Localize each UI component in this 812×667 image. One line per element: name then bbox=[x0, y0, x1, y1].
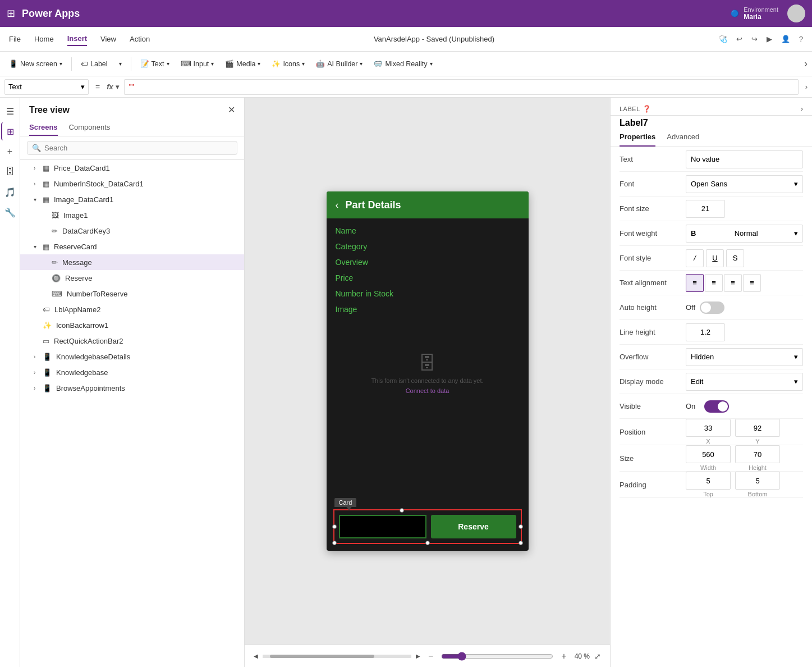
panel-expand-icon[interactable]: › bbox=[801, 104, 803, 113]
underline-button[interactable]: U bbox=[706, 249, 724, 267]
zoom-out-button[interactable]: − bbox=[425, 650, 437, 663]
strikethrough-button[interactable]: S bbox=[726, 249, 744, 267]
tree-item-lblappname2[interactable]: 🏷 LblAppName2 bbox=[20, 301, 244, 317]
canvas-container[interactable]: ‹ Part Details Name Category Overview Pr… bbox=[245, 98, 610, 645]
size-height-input[interactable] bbox=[735, 445, 780, 463]
media-button[interactable]: 🎬 Media ▾ bbox=[221, 57, 265, 70]
sidebar-icon-media[interactable]: 🎵 bbox=[1, 183, 19, 201]
formula-expand-icon[interactable]: › bbox=[805, 83, 808, 91]
menu-view[interactable]: View bbox=[100, 33, 116, 45]
play-icon[interactable]: ▶ bbox=[767, 35, 772, 43]
visible-toggle[interactable] bbox=[704, 400, 729, 413]
line-height-input[interactable] bbox=[686, 323, 725, 341]
font-size-input[interactable] bbox=[686, 200, 725, 218]
search-box[interactable]: 🔍 bbox=[27, 141, 237, 155]
formula-dropdown[interactable]: Text ▾ bbox=[4, 79, 89, 95]
tree-item-rectquickactionbar2[interactable]: ▭ RectQuickActionBar2 bbox=[20, 333, 244, 349]
tree-item-image-datacard1[interactable]: ▾ ▦ Image_DataCard1 bbox=[20, 191, 244, 207]
reserve-button[interactable]: Reserve bbox=[431, 515, 516, 538]
mixed-reality-button[interactable]: 🥽 Mixed Reality ▾ bbox=[369, 57, 437, 70]
tree-item-knowledgebasedetails[interactable]: › 📱 KnowledgebaseDetails bbox=[20, 349, 244, 364]
connect-data-link[interactable]: Connect to data bbox=[406, 387, 449, 394]
more-icon[interactable]: › bbox=[804, 58, 808, 70]
sidebar-icon-add[interactable]: + bbox=[1, 143, 19, 161]
back-arrow-icon[interactable]: ‹ bbox=[336, 199, 339, 211]
position-y-input[interactable] bbox=[735, 419, 780, 437]
waffle-icon[interactable]: ⊞ bbox=[7, 7, 15, 20]
ai-builder-button[interactable]: 🤖 AI Builder ▾ bbox=[311, 57, 367, 70]
align-left-button[interactable]: ≡ bbox=[686, 274, 704, 292]
search-input[interactable] bbox=[44, 144, 232, 152]
tree-item-price-datacard1[interactable]: › ▦ Price_DataCard1 bbox=[20, 160, 244, 176]
tree-item-numbertoreserve[interactable]: ⌨ NumberToReserve bbox=[20, 286, 244, 301]
text-button[interactable]: 📝 Text ▾ bbox=[136, 57, 174, 70]
redo-icon[interactable]: ↪ bbox=[751, 35, 758, 43]
tree-item-numberinstock-datacard1[interactable]: › ▦ NumberInStock_DataCard1 bbox=[20, 176, 244, 191]
menu-action[interactable]: Action bbox=[130, 33, 150, 45]
menu-insert[interactable]: Insert bbox=[67, 32, 87, 46]
menu-file[interactable]: File bbox=[9, 33, 21, 45]
nav-link-category[interactable]: Category bbox=[336, 239, 520, 254]
nav-link-price[interactable]: Price bbox=[336, 270, 520, 286]
horizontal-scroll[interactable] bbox=[263, 655, 411, 658]
text-prop-dropdown[interactable]: No value bbox=[686, 150, 803, 168]
tree-item-reservecard[interactable]: ▾ ▦ ReserveCard bbox=[20, 239, 244, 254]
help-icon[interactable]: ? bbox=[799, 35, 803, 43]
fit-to-screen-icon[interactable]: ⤢ bbox=[594, 652, 601, 661]
pan-left-icon[interactable]: ◀ bbox=[254, 653, 258, 659]
label-button[interactable]: 🏷 Label bbox=[76, 58, 112, 70]
padding-top-input[interactable] bbox=[686, 472, 731, 490]
tab-advanced[interactable]: Advanced bbox=[667, 128, 699, 147]
nav-link-image[interactable]: Image bbox=[336, 301, 520, 317]
tree-tab-components[interactable]: Components bbox=[69, 120, 111, 136]
font-weight-dropdown[interactable]: B Normal ▾ bbox=[686, 225, 803, 243]
tree-close-button[interactable]: ✕ bbox=[228, 104, 235, 115]
icons-button[interactable]: ✨ Icons ▾ bbox=[267, 57, 309, 70]
zoom-in-button[interactable]: + bbox=[558, 650, 570, 663]
stethoscope-icon[interactable]: 🩺 bbox=[718, 35, 727, 43]
align-right-button[interactable]: ≡ bbox=[724, 274, 742, 292]
nav-link-numberinstock[interactable]: Number in Stock bbox=[336, 286, 520, 301]
align-center-button[interactable]: ≡ bbox=[705, 274, 723, 292]
italic-button[interactable]: / bbox=[686, 249, 704, 267]
nav-link-name[interactable]: Name bbox=[336, 223, 520, 239]
zoom-slider[interactable] bbox=[441, 652, 553, 661]
align-justify-button[interactable]: ≡ bbox=[743, 274, 761, 292]
label-icon: 🏷 bbox=[81, 60, 88, 68]
newscreen-button[interactable]: 📱 New screen ▾ bbox=[4, 57, 67, 70]
tree-item-message[interactable]: ✏ Message ⋯ bbox=[20, 254, 244, 270]
tree-item-image1[interactable]: 🖼 Image1 bbox=[20, 207, 244, 223]
sidebar-icon-menu[interactable]: ☰ bbox=[1, 102, 19, 120]
display-mode-dropdown[interactable]: Edit ▾ bbox=[686, 373, 803, 391]
formula-input[interactable] bbox=[124, 79, 799, 95]
size-width-input[interactable] bbox=[686, 445, 731, 463]
position-x-input[interactable] bbox=[686, 419, 731, 437]
menu-home[interactable]: Home bbox=[34, 33, 54, 45]
label-dropdown-btn[interactable]: ▾ bbox=[114, 58, 126, 69]
font-prop-dropdown[interactable]: Open Sans ▾ bbox=[686, 175, 803, 193]
card-selection-container[interactable]: Card Reserve bbox=[333, 509, 522, 544]
tree-tab-screens[interactable]: Screens bbox=[29, 120, 58, 136]
tree-item-knowledgebase[interactable]: › 📱 Knowledgebase bbox=[20, 364, 244, 380]
sidebar-icon-data[interactable]: 🗄 bbox=[1, 163, 19, 181]
help-circle-icon[interactable]: ❓ bbox=[643, 105, 652, 113]
pan-right-icon[interactable]: ▶ bbox=[416, 653, 420, 659]
input-button[interactable]: ⌨ Input ▾ bbox=[176, 57, 219, 70]
sidebar-icon-layers[interactable]: ⊞ bbox=[1, 122, 19, 140]
nav-link-overview[interactable]: Overview bbox=[336, 254, 520, 270]
undo-icon[interactable]: ↩ bbox=[736, 35, 742, 43]
padding-bottom-input[interactable] bbox=[735, 472, 780, 490]
tree-item-reserve[interactable]: 🔘 Reserve bbox=[20, 270, 244, 286]
sidebar-icon-tools[interactable]: 🔧 bbox=[1, 203, 19, 221]
tree-item-browseappointments[interactable]: › 📱 BrowseAppointments bbox=[20, 380, 244, 396]
fx-button[interactable]: fx ▾ bbox=[107, 83, 120, 91]
overflow-dropdown[interactable]: Hidden ▾ bbox=[686, 348, 803, 366]
tab-properties[interactable]: Properties bbox=[620, 128, 655, 147]
user-icon[interactable]: 👤 bbox=[781, 35, 790, 43]
card-input[interactable] bbox=[339, 515, 426, 538]
tree-item-iconbackarrow1[interactable]: ✨ IconBackarrow1 bbox=[20, 317, 244, 333]
tree-item-datacardkey3[interactable]: ✏ DataCardKey3 bbox=[20, 223, 244, 239]
user-avatar[interactable] bbox=[787, 4, 805, 22]
auto-height-toggle[interactable] bbox=[700, 301, 724, 314]
input-label: Input bbox=[194, 60, 209, 68]
